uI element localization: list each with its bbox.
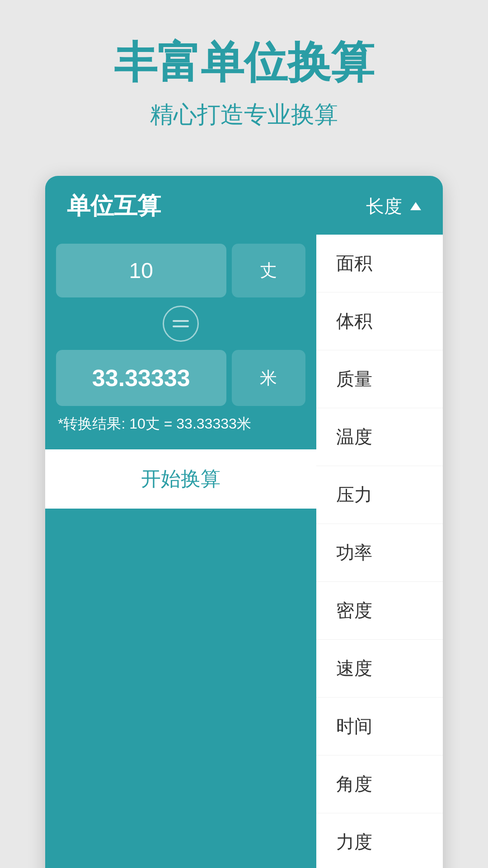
- input-value-box[interactable]: 10: [56, 244, 226, 297]
- sidebar-item-5[interactable]: 功率: [316, 524, 443, 582]
- equals-icon: [163, 306, 199, 342]
- input-unit: 丈: [260, 259, 277, 282]
- app-body: 10 丈 33.33333: [45, 235, 443, 868]
- category-arrow-icon: [410, 202, 421, 210]
- input-row: 10 丈: [45, 244, 316, 297]
- hero-subtitle: 精心打造专业换算: [27, 99, 461, 131]
- sidebar-item-6[interactable]: 密度: [316, 582, 443, 640]
- sidebar-item-2[interactable]: 质量: [316, 350, 443, 408]
- equals-row: [45, 297, 316, 350]
- input-value: 10: [129, 258, 153, 283]
- convert-button[interactable]: 开始换算: [141, 466, 221, 492]
- sidebar-item-4[interactable]: 压力: [316, 466, 443, 524]
- convert-button-container: 开始换算: [45, 449, 316, 509]
- result-row: 33.33333 米: [45, 350, 316, 406]
- sidebar-item-7[interactable]: 速度: [316, 640, 443, 698]
- sidebar-item-0[interactable]: 面积: [316, 235, 443, 292]
- sidebar-menu: 面积体积质量温度压力功率密度速度时间角度力度功能热数据存储: [316, 235, 443, 868]
- sidebar-item-3[interactable]: 温度: [316, 408, 443, 466]
- conversion-note: *转换结果: 10丈 = 33.33333米: [45, 406, 316, 442]
- sidebar-item-1[interactable]: 体积: [316, 292, 443, 350]
- equals-line-1: [173, 320, 189, 322]
- result-unit: 米: [260, 367, 277, 390]
- teal-spacer: [45, 509, 316, 868]
- category-label: 长度: [366, 194, 402, 219]
- sidebar-item-9[interactable]: 角度: [316, 755, 443, 813]
- sidebar-item-8[interactable]: 时间: [316, 698, 443, 755]
- sidebar-item-10[interactable]: 力度: [316, 813, 443, 868]
- result-value: 33.33333: [92, 364, 190, 392]
- result-value-box: 33.33333: [56, 350, 226, 406]
- category-selector[interactable]: 长度: [366, 194, 421, 219]
- input-unit-box[interactable]: 丈: [232, 244, 305, 297]
- equals-line-2: [173, 326, 189, 327]
- app-main: 10 丈 33.33333: [45, 235, 316, 868]
- app-title: 单位互算: [67, 190, 161, 222]
- app-header: 单位互算 长度: [45, 176, 443, 235]
- result-unit-box[interactable]: 米: [232, 350, 305, 406]
- hero-section: 丰富单位换算 精心打造专业换算: [0, 0, 488, 158]
- hero-title: 丰富单位换算: [27, 36, 461, 88]
- app-card: 单位互算 长度 10 丈: [45, 176, 443, 868]
